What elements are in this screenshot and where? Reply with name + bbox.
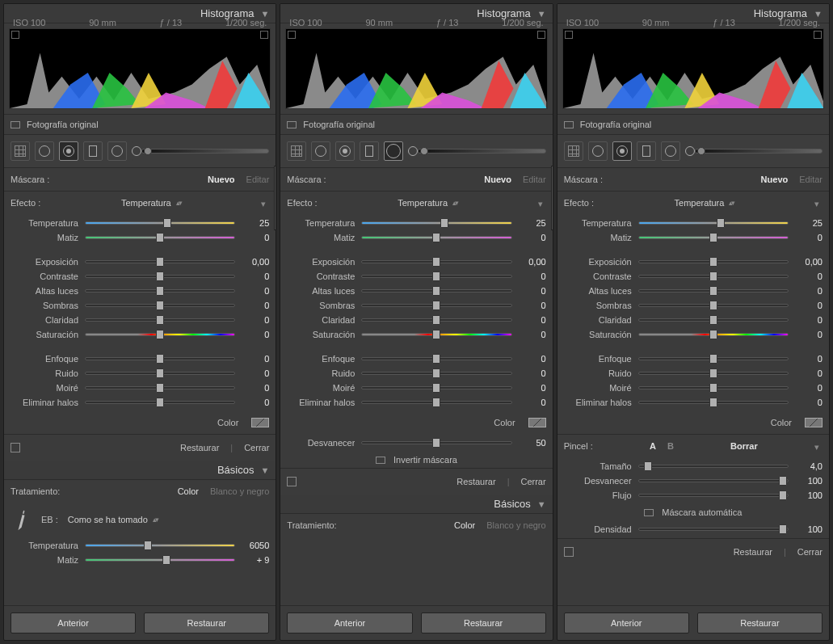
resize-handle[interactable]	[551, 166, 553, 230]
slider-value[interactable]: 0	[795, 398, 822, 407]
tool-radial[interactable]	[335, 141, 355, 161]
tool-rect[interactable]	[637, 141, 656, 161]
slider-enfoque[interactable]: Enfoque0	[11, 351, 269, 366]
treatment-bw[interactable]: Blanco y negro	[210, 486, 269, 496]
slider-flujo[interactable]: Flujo100	[564, 488, 822, 503]
slider-value[interactable]: 0	[795, 354, 822, 364]
tool-circle[interactable]	[35, 141, 54, 161]
slider-value[interactable]: 0	[795, 330, 822, 339]
slider-basics-temp[interactable]: Temperatura 6050	[11, 538, 269, 553]
tool-rect[interactable]	[360, 141, 379, 161]
panel-toggle[interactable]	[564, 547, 574, 557]
mask-edit[interactable]: Editar	[246, 175, 270, 184]
slider-value[interactable]: 25	[519, 218, 546, 228]
slider-ruido[interactable]: Ruido0	[564, 366, 822, 381]
slider-value[interactable]: 0	[519, 271, 546, 281]
slider-value[interactable]: 0	[795, 286, 822, 296]
slider-value[interactable]: 0	[795, 368, 822, 378]
slider-exposición[interactable]: Exposición0,00	[564, 255, 822, 269]
restore-link[interactable]: Restaurar	[456, 477, 495, 486]
slider-saturación[interactable]: Saturación0	[564, 327, 822, 342]
tool-circle[interactable]	[311, 141, 330, 161]
slider-value[interactable]: 0	[242, 368, 269, 378]
effect-dropdown[interactable]: Temperatura ▴▾	[398, 198, 457, 208]
tool-radial[interactable]	[612, 141, 632, 161]
basics-header[interactable]: Básicos ▼	[4, 461, 276, 480]
mask-new[interactable]: Nuevo	[761, 175, 789, 184]
slider-value[interactable]: 0,00	[519, 257, 546, 267]
slider-exposición[interactable]: Exposición0,00	[11, 255, 269, 269]
slider-value[interactable]: 50	[519, 438, 546, 448]
treatment-color[interactable]: Color	[454, 520, 475, 530]
slider-eliminar-halos[interactable]: Eliminar halos0	[11, 395, 269, 410]
slider-moiré[interactable]: Moiré0	[11, 381, 269, 395]
slider-value[interactable]: 0	[242, 398, 269, 407]
slider-desvanecer[interactable]: Desvanecer100	[564, 474, 822, 488]
slider-sombras[interactable]: Sombras0	[11, 298, 269, 313]
mask-edit[interactable]: Editar	[523, 175, 546, 184]
slider-value[interactable]: 0	[795, 301, 822, 310]
slider-altas-luces[interactable]: Altas luces0	[564, 284, 822, 298]
slider-value[interactable]: 0	[519, 330, 546, 339]
slider-value[interactable]: 0	[795, 383, 822, 393]
tool-rect[interactable]	[83, 141, 103, 161]
slider-enfoque[interactable]: Enfoque0	[287, 351, 545, 366]
tool-circle[interactable]	[588, 141, 608, 161]
wb-dropdown[interactable]: Como se ha tomado ▴▾	[68, 515, 158, 524]
slider-sombras[interactable]: Sombras0	[287, 298, 545, 313]
slider-enfoque[interactable]: Enfoque0	[564, 351, 822, 366]
treatment-bw[interactable]: Blanco y negro	[486, 520, 545, 530]
collapse-icon[interactable]: ▼	[260, 465, 269, 475]
tool-brush-circle[interactable]	[384, 141, 403, 161]
slider-value[interactable]: 0	[242, 286, 269, 296]
slider-claridad[interactable]: Claridad0	[287, 313, 545, 327]
slider-claridad[interactable]: Claridad0	[564, 313, 822, 327]
slider-contraste[interactable]: Contraste0	[564, 269, 822, 284]
slider-moiré[interactable]: Moiré0	[287, 381, 545, 395]
slider-eliminar-halos[interactable]: Eliminar halos0	[564, 395, 822, 410]
slider-value[interactable]: 100	[795, 524, 822, 534]
slider-value[interactable]: 0	[519, 398, 546, 407]
mask-edit[interactable]: Editar	[799, 175, 822, 184]
slider-feather[interactable]: Desvanecer 50	[287, 436, 545, 450]
slider-matiz[interactable]: Matiz0	[564, 230, 822, 245]
slider-value[interactable]: 0	[242, 271, 269, 281]
toggle-icon[interactable]: ▾	[814, 442, 822, 450]
brush-erase[interactable]: Borrar	[730, 441, 758, 451]
slider-matiz[interactable]: Matiz0	[287, 230, 545, 245]
slider-saturación[interactable]: Saturación0	[287, 327, 545, 342]
mask-new[interactable]: Nuevo	[484, 175, 511, 184]
color-swatch[interactable]	[805, 418, 822, 427]
slider-value[interactable]: 0	[519, 383, 546, 393]
panel-toggle[interactable]	[11, 443, 20, 452]
slider-density[interactable]: Densidad 100	[564, 522, 822, 537]
tool-brush-circle[interactable]	[107, 141, 127, 161]
collapse-icon[interactable]: ▼	[537, 499, 546, 509]
tool-size-slider[interactable]	[408, 141, 545, 161]
toggle-icon[interactable]: ▾	[814, 199, 822, 207]
slider-temperatura[interactable]: Temperatura25	[11, 216, 269, 230]
slider-value[interactable]: 0	[242, 330, 269, 339]
original-checkbox[interactable]	[287, 121, 297, 128]
slider-exposición[interactable]: Exposición0,00	[287, 255, 545, 269]
slider-value[interactable]: 100	[795, 490, 822, 500]
slider-value[interactable]: 0,00	[795, 257, 822, 267]
brush-B[interactable]: B	[667, 441, 674, 451]
panel-toggle[interactable]	[287, 477, 297, 486]
restore-button[interactable]: Restaurar	[144, 612, 269, 633]
slider-contraste[interactable]: Contraste0	[11, 269, 269, 284]
effect-dropdown[interactable]: Temperatura ▴▾	[121, 198, 181, 208]
tool-radial[interactable]	[59, 141, 78, 161]
slider-sombras[interactable]: Sombras0	[564, 298, 822, 313]
invert-checkbox[interactable]	[376, 457, 385, 464]
slider-ruido[interactable]: Ruido0	[11, 366, 269, 381]
slider-value[interactable]: 0	[519, 301, 546, 310]
tool-size-slider[interactable]	[685, 141, 822, 161]
resize-handle[interactable]	[274, 166, 276, 230]
toggle-icon[interactable]: ▾	[538, 199, 546, 207]
close-link[interactable]: Cerrar	[797, 547, 822, 557]
slider-claridad[interactable]: Claridad0	[11, 313, 269, 327]
slider-value[interactable]: 0	[795, 271, 822, 281]
tool-grid[interactable]	[287, 141, 306, 161]
slider-temperatura[interactable]: Temperatura25	[564, 216, 822, 230]
